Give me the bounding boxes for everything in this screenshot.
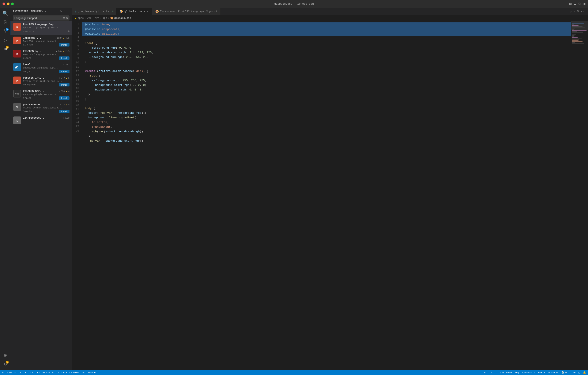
activity-run[interactable]: ▷ [1,36,10,44]
extension-item-canal[interactable]: 🌊 Canal ⬇ 231 chameleon language sup... … [10,62,72,75]
extension-author: ricard [23,57,32,59]
rating: 5 [68,103,70,106]
status-encoding[interactable]: UTF-8 [538,371,546,374]
tab-bar-actions: ▷ ⑂ ⧉ ··· [568,10,588,13]
install-button[interactable]: Install [59,110,70,113]
svg-text:CSS: CSS [15,93,19,95]
code-line-10 [82,64,571,69]
breadcrumb-web[interactable]: web [87,17,92,20]
status-remote[interactable]: ⌘ [2,371,4,374]
extension-author-row: mrmlnc Install [23,96,70,100]
minimize-button[interactable] [7,2,10,5]
bell-icon: 🔔 [583,371,586,374]
line-number: 7 [72,48,82,52]
install-button[interactable]: Install [59,70,70,73]
activity-account[interactable]: ◉ [1,351,10,359]
activity-source-control[interactable]: ⑂ 64 [1,27,10,35]
search-icon: 🔍 [2,11,8,16]
extension-item-postcss-vue[interactable]: V postcss-vue ⬇ 3K ★ 5 VSCode syntax hig… [10,101,72,115]
status-notification[interactable]: 🔔 [583,371,586,374]
extensions-list: P PostCSS Language Sup... Syntax highlig… [10,21,72,370]
extension-author: csstools [23,30,34,33]
maximize-button[interactable] [11,2,14,5]
search-box[interactable]: ≡ ⇅ [13,15,70,21]
status-language[interactable]: PostCSS [548,371,558,374]
extension-stats: ⬇ 74K ★ 2.5 [56,50,70,53]
sidebar-header-actions: ↻ ··· [60,9,69,13]
code-line-26: rgb(var(--background-start-rgb)): [82,139,571,143]
download-count: 65K [61,90,65,93]
split-editor-icon[interactable]: ⧉ [577,10,579,13]
tab-globals-css[interactable]: 🎨 globals.css M ✕ [116,8,152,15]
search-input[interactable] [14,16,62,20]
layout-icon[interactable]: ⬓ [574,2,576,6]
rating: 4 [68,90,70,93]
breadcrumb-file[interactable]: globals.css [114,17,131,20]
code-line-25: ) [82,134,571,139]
more-options-icon[interactable]: ··· [63,9,69,13]
extension-name: language-... [23,37,41,40]
code-line-23: transparent, [82,125,571,129]
extension-item-language-postcss[interactable]: P language-... ⬇ 102K ★ 4.5 PostCSS lang… [10,35,72,48]
extension-item-lit-postcss[interactable]: L lit-postcss... ⬇ 100 [10,115,72,126]
star-icon: ★ [66,103,67,106]
grid-icon[interactable]: ⊞ [583,2,586,6]
extension-author: SamaTech [23,110,34,113]
status-sync[interactable]: ↻ [20,371,21,374]
layout-icon: ⬓ [578,371,580,374]
install-button[interactable]: Install [59,96,70,100]
install-button[interactable]: Install [59,43,70,46]
activity-search[interactable]: 🔍 [1,9,10,18]
activity-settings[interactable]: ⚙ 1 [1,360,10,368]
line-number: 15 [72,82,82,86]
activity-explorer[interactable]: ⎘ [1,18,10,27]
extension-item-postcss-lang-sup[interactable]: P PostCSS Language Sup... Syntax highlig… [10,21,72,35]
extension-settings-icon[interactable]: ⚙ [68,30,70,33]
status-branch[interactable]: ⑂ main* [7,371,17,374]
language-value: PostCSS [548,371,558,374]
error-icon: ⊗ [25,371,26,374]
window-title: globals.css — 1chooo.com [274,2,314,5]
code-line-24: rgb(var(--background-end-rgb)) [82,129,571,134]
extension-item-postcss-syntax[interactable]: P PostCSS sy... ⬇ 74K ★ 2.5 PostCSS lang… [10,48,72,62]
code-content[interactable]: @tailwind base; @tailwind components; @t… [82,21,571,370]
extension-author-row: SamaTech Install [23,110,70,113]
refresh-icon[interactable]: ↻ [60,9,62,13]
status-go-live[interactable]: 📡 Go Live [562,371,576,374]
status-live-share[interactable]: ↗ Live Share [37,371,53,374]
sort-icon[interactable]: ⇅ [66,16,68,20]
status-layout-icon[interactable]: ⬓ [578,371,580,374]
svg-text:🌊: 🌊 [15,65,19,69]
download-icon: ⬇ [63,63,65,66]
close-button[interactable] [2,2,5,5]
extension-author: danjy [23,70,30,73]
download-count: 102K [57,37,62,39]
activity-extensions[interactable]: ⊞ 1 [1,45,10,53]
split-icon[interactable]: ⧉ [578,2,581,6]
install-button[interactable]: Install [59,56,70,60]
extension-desc: VSCode syntax highlightin... [23,107,70,109]
extension-item-postcss-sort[interactable]: CSS PostCSS Sor... ⬇ 65K ★ 4 VS Code plu… [10,88,72,101]
breadcrumb-apps[interactable]: apps [78,17,84,20]
status-time[interactable]: ⏱ 2 hrs 32 mins [57,371,79,374]
more-icon[interactable]: ··· [581,10,586,13]
tab-close-icon[interactable]: ✕ [147,10,149,13]
tab-label: globals.css [124,10,143,13]
filter-icon[interactable]: ≡ [63,16,65,20]
install-button[interactable]: Install [59,83,70,87]
extension-item-postcss-int[interactable]: P PostCSS Int... ⬇ 84K ★ 5 Syntax highli… [10,75,72,88]
sidebar-toggle-icon[interactable]: ▤ [569,2,572,6]
tab-google-analytics[interactable]: ⚛ google-analytics.tsx U [72,8,116,15]
status-errors[interactable]: ⊗ 2 ⚠ 0 [25,371,33,374]
breadcrumb-app[interactable]: app [102,17,107,20]
sparkle-icon: ✦ [75,16,77,20]
breadcrumb-src[interactable]: src [94,17,99,20]
window-controls[interactable] [2,2,14,5]
git-actions-icon[interactable]: ⑂ [573,10,575,13]
status-spaces[interactable]: Spaces: 2 [522,371,535,374]
tab-extension-postcss[interactable]: 🎨 Extension: PostCSS Language Support [152,8,221,15]
run-icon[interactable]: ▷ [570,10,572,13]
status-git-graph[interactable]: Git Graph [83,371,96,374]
status-ln-col[interactable]: Ln 1, Col 1 (58 selected) [483,371,519,374]
extension-name: PostCSS Sor... [23,90,44,93]
